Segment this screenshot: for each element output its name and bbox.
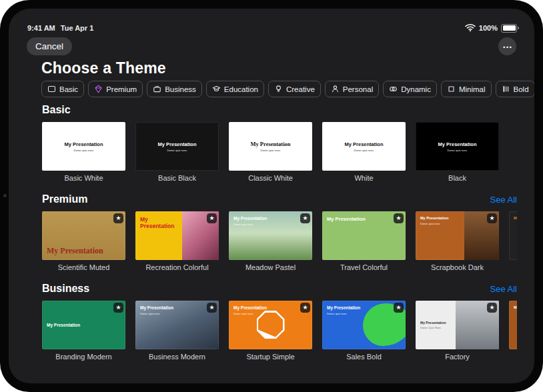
theme-preview-title: My Presentation [327, 305, 401, 311]
category-chip-label: Education [224, 85, 258, 93]
theme-thumbnail: My PresentationDonec quis nunc [42, 122, 125, 171]
theme-name-label: Business Modern [135, 353, 219, 361]
page-title: Choose a Theme [41, 59, 166, 77]
category-chip-label: Dynamic [401, 85, 431, 93]
theme-thumbnail: My Presentation★ [135, 211, 219, 260]
premium-star-icon: ★ [394, 213, 404, 223]
theme-thumbnail: My PresentationDonec quis nunc [416, 122, 499, 171]
section-header: Basic [42, 104, 517, 116]
theme-preview-subtitle: Donec quis nunc [420, 222, 494, 225]
theme-thumbnail: My PresentationDonec quis nunc★ [229, 211, 312, 260]
category-chip-creative[interactable]: Creative [268, 81, 321, 97]
category-chip-education[interactable]: Education [206, 81, 264, 97]
theme-preview-title: My Presentation [250, 141, 290, 147]
cancel-button[interactable]: Cancel [27, 37, 72, 55]
theme-card-meadow-pastel[interactable]: My PresentationDonec quis nunc★Meadow Pa… [229, 211, 312, 271]
more-options-button[interactable]: … [498, 37, 516, 55]
category-chip-basic[interactable]: Basic [41, 81, 84, 97]
theme-card-scientific-muted[interactable]: My Presentation★Scientific Muted [42, 211, 125, 271]
theme-name-label: White [322, 174, 406, 182]
theme-preview-subtitle: Donec quis nunc [327, 312, 401, 315]
category-chip-label: Basic [59, 85, 78, 93]
business-icon [153, 85, 161, 93]
category-chip-dynamic[interactable]: Dynamic [383, 81, 437, 97]
theme-card-scrapbook-dark[interactable]: My PresentationDonec quis nunc★Scrapbook… [416, 211, 499, 271]
theme-card-black[interactable]: My PresentationDonec quis nuncBlack [416, 122, 499, 182]
theme-preview-title: My Presentation [514, 216, 517, 221]
theme-thumbnail: My PresentationDonec quis nunc★ [416, 211, 499, 260]
category-chip-business[interactable]: Business [147, 81, 202, 97]
theme-thumbnail: My Presentation [509, 211, 517, 260]
theme-thumbnail: My PresentationDonec quis nunc [322, 122, 406, 171]
status-date: Tue Apr 1 [61, 24, 94, 32]
theme-preview-title: My Presentation [158, 141, 197, 147]
theme-card-business-modern[interactable]: My PresentationDonec quis nunc★Business … [135, 301, 219, 361]
category-chip-premium[interactable]: Premium [88, 81, 143, 97]
theme-thumbnail: My Presentation★ [42, 301, 125, 349]
theme-thumbnail: My PresentationDonec quis nunc [229, 122, 312, 171]
theme-preview-subtitle: Donec Quis Nunc [420, 326, 494, 329]
battery-icon [501, 24, 517, 33]
theme-card-sales-bold[interactable]: My PresentationDonec quis nunc★Sales Bol… [322, 301, 406, 361]
personal-icon [331, 85, 340, 93]
status-bar: 9:41 AM Tue Apr 1 100% [27, 23, 517, 33]
theme-preview-title: My Presentation [233, 216, 308, 221]
category-chip-personal[interactable]: Personal [325, 81, 379, 97]
premium-star-icon: ★ [300, 303, 310, 313]
theme-thumbnail: My Presentation [509, 301, 517, 349]
category-chip-label: Personal [343, 85, 373, 93]
theme-name-label: Classic White [229, 174, 312, 182]
theme-card-partial[interactable]: My Presentation [509, 301, 517, 361]
see-all-link[interactable]: See All [490, 284, 517, 294]
section-basic: BasicMy PresentationDonec quis nuncBasic… [9, 104, 534, 182]
theme-card-partial[interactable]: My Presentation [509, 211, 517, 271]
theme-row: My Presentation★Scientific MutedMy Prese… [42, 211, 517, 271]
theme-name-label: Scrapbook Dark [416, 263, 499, 271]
theme-name-label: Recreation Colorful [135, 263, 219, 271]
theme-card-factory[interactable]: My PresentationDonec Quis Nunc★Factory [416, 301, 499, 361]
theme-preview-title: My Presentation [327, 216, 372, 222]
category-chip-label: Premium [106, 85, 137, 93]
theme-preview-subtitle: Donec quis nunc [233, 223, 308, 226]
bold-icon [502, 85, 510, 93]
front-camera-dot [3, 194, 7, 197]
theme-preview-subtitle: Donec quis nunc [354, 149, 374, 152]
theme-sections: BasicMy PresentationDonec quis nuncBasic… [9, 104, 534, 383]
category-chip-label: Creative [286, 85, 315, 93]
theme-name-label: Meadow Pastel [229, 263, 312, 271]
theme-name-label: Branding Modern [42, 353, 125, 361]
theme-card-recreation-colorful[interactable]: My Presentation★Recreation Colorful [135, 211, 219, 271]
theme-thumbnail: My Presentation★ [322, 211, 406, 260]
section-business: BusinessSee AllMy Presentation★Branding … [9, 283, 534, 361]
theme-preview-title: My Presentation [47, 323, 121, 328]
battery-percent-label: 100% [479, 24, 498, 32]
theme-preview-title: My Presentation [65, 141, 103, 147]
theme-card-basic-black[interactable]: My PresentationDonec quis nuncBasic Blac… [135, 122, 219, 182]
theme-card-classic-white[interactable]: My PresentationDonec quis nuncClassic Wh… [229, 122, 312, 182]
theme-preview-title: My Presentation [140, 305, 214, 311]
theme-card-branding-modern[interactable]: My Presentation★Branding Modern [42, 301, 125, 361]
category-chip-minimal[interactable]: Minimal [441, 81, 492, 97]
theme-card-travel-colorful[interactable]: My Presentation★Travel Colorful [322, 211, 406, 271]
premium-star-icon: ★ [394, 303, 404, 313]
theme-preview-subtitle: Donec quis nunc [167, 149, 187, 152]
category-chip-bold[interactable]: Bold [496, 81, 534, 97]
premium-icon [94, 85, 103, 93]
theme-thumbnail: My PresentationDonec quis nunc★ [322, 301, 406, 349]
theme-thumbnail: My PresentationDonec quis nunc [135, 122, 219, 171]
theme-card-white[interactable]: My PresentationDonec quis nuncWhite [322, 122, 406, 182]
see-all-link[interactable]: See All [490, 195, 517, 205]
theme-preview-title: My Presentation [420, 216, 461, 221]
creative-icon [274, 85, 283, 93]
theme-preview-title: My Presentation [514, 305, 517, 310]
theme-card-basic-white[interactable]: My PresentationDonec quis nuncBasic Whit… [42, 122, 125, 182]
section-title: Premium [42, 193, 87, 205]
category-chip-label: Bold [514, 85, 529, 93]
theme-name-label: Startup Simple [229, 353, 312, 361]
theme-thumbnail: My PresentationDonec quis nunc★ [229, 301, 312, 349]
theme-card-startup-simple[interactable]: My PresentationDonec quis nunc★Startup S… [229, 301, 312, 361]
theme-name-label: Factory [416, 353, 499, 361]
ipad-frame: 9:41 AM Tue Apr 1 100% Cancel … [0, 0, 543, 392]
section-title: Basic [42, 104, 71, 116]
theme-preview-subtitle: Donec quis nunc [233, 312, 308, 315]
